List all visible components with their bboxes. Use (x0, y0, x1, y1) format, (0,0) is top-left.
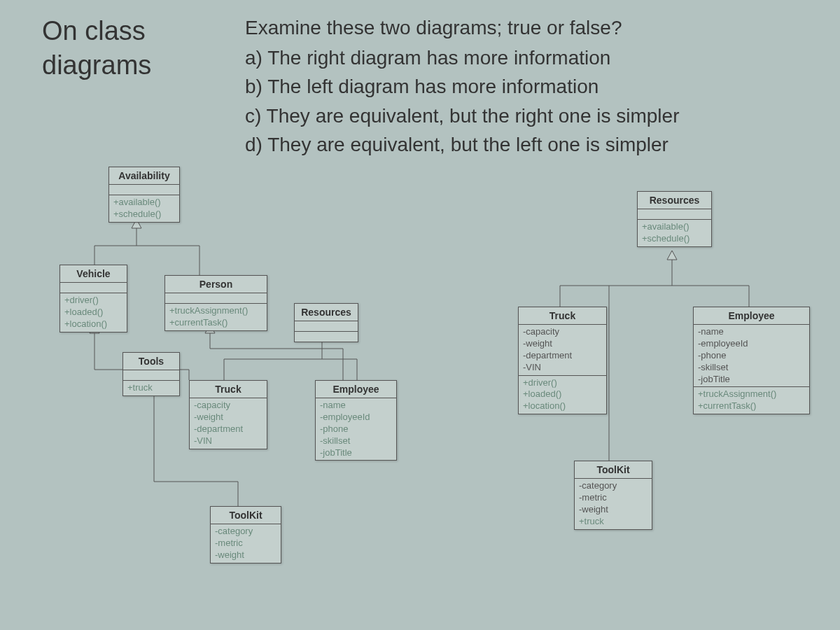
class-name: Employee (694, 307, 809, 325)
attr: -department (194, 424, 262, 435)
attr: -employeeId (698, 338, 805, 350)
class-ops: +driver() +loaded() +location() (60, 293, 127, 332)
class-employee-left: Employee -name -employeeId -phone -skill… (315, 380, 397, 461)
attr: -capacity (194, 400, 262, 412)
class-name: Resources (295, 304, 358, 321)
class-name: Tools (123, 353, 179, 370)
op: +loaded() (64, 307, 122, 318)
class-vehicle: Vehicle +driver() +loaded() +location() (59, 265, 127, 332)
op: +truckAssignment() (698, 388, 805, 400)
attr: -employeeId (320, 412, 392, 424)
op: +driver() (64, 295, 122, 307)
class-tools: Tools +truck (122, 352, 180, 396)
question-block: Examine these two diagrams; true or fals… (245, 14, 679, 160)
attr: -weight (523, 338, 602, 350)
op: +location() (523, 400, 602, 412)
class-attrs: -category -metric -weight (211, 524, 281, 563)
class-name: Resources (638, 192, 711, 209)
class-attrs: -capacity -weight -department -VIN (190, 398, 267, 449)
class-ops-empty (295, 332, 358, 342)
op: +driver() (523, 377, 602, 389)
op: +schedule() (113, 209, 175, 220)
class-ops: +truckAssignment() +currentTask() (165, 304, 267, 330)
attr: -weight (194, 412, 262, 424)
op: +available() (642, 221, 707, 233)
class-availability: Availability +available() +schedule() (108, 167, 180, 223)
attr: -weight (215, 550, 276, 561)
title-line-1: On class (42, 14, 217, 48)
class-attrs: -category -metric -weight +truck (575, 479, 652, 529)
op: +loaded() (523, 388, 602, 400)
class-ops: +available() +schedule() (638, 220, 711, 246)
class-name: Employee (316, 381, 396, 398)
op: +schedule() (642, 233, 707, 245)
class-attrs: -name -employeeId -phone -skillset -jobT… (316, 398, 396, 460)
attr: -weight (579, 504, 648, 516)
choice-b: b) The left diagram has more information (245, 73, 679, 100)
class-name: Truck (519, 307, 606, 325)
class-employee-right: Employee -name -employeeId -phone -skill… (693, 307, 810, 414)
class-ops: +truckAssignment() +currentTask() (694, 387, 809, 414)
attr: -category (579, 480, 648, 492)
header: On class diagrams Examine these two diag… (0, 0, 840, 167)
attr: -name (320, 400, 392, 412)
class-resources-right: Resources +available() +schedule() (637, 191, 712, 247)
attr: -department (523, 350, 602, 362)
class-attrs: +truck (123, 381, 179, 396)
attr: -metric (215, 538, 276, 550)
op: +available() (113, 197, 175, 209)
attr: -VIN (523, 362, 602, 374)
op: +currentTask() (698, 400, 805, 412)
attr: -jobTitle (320, 447, 392, 459)
op: +location() (64, 318, 122, 330)
class-ops-empty (123, 370, 179, 381)
slide-title: On class diagrams (42, 14, 217, 160)
attr: +truck (579, 516, 648, 528)
class-attrs: -name -employeeId -phone -skillset -jobT… (694, 325, 809, 387)
class-truck-left: Truck -capacity -weight -department -VIN (189, 380, 267, 449)
class-attrs-empty (295, 321, 358, 332)
class-name: Vehicle (60, 265, 127, 283)
diagram-canvas: Availability +available() +schedule() Ve… (0, 167, 840, 615)
class-name: Truck (190, 381, 267, 398)
class-name: ToolKit (575, 461, 652, 479)
class-name: Person (165, 276, 267, 293)
attr: +truck (127, 382, 175, 394)
class-name: Availability (109, 167, 179, 185)
class-ops: +available() +schedule() (109, 195, 179, 222)
class-name: ToolKit (211, 507, 281, 524)
class-truck-right: Truck -capacity -weight -department -VIN… (518, 307, 607, 414)
class-attrs-empty (60, 283, 127, 293)
class-toolkit-left: ToolKit -category -metric -weight (210, 506, 281, 564)
attr: -metric (579, 492, 648, 504)
attr: -name (698, 326, 805, 338)
op: +currentTask() (169, 317, 262, 329)
attr: -jobTitle (698, 374, 805, 386)
attr: -VIN (194, 435, 262, 447)
attr: -phone (698, 350, 805, 362)
title-line-2: diagrams (42, 48, 217, 83)
choice-d: d) They are equivalent, but the left one… (245, 131, 679, 158)
svg-marker-24 (667, 251, 677, 260)
attr: -category (215, 526, 276, 538)
class-resources-left: Resources (294, 303, 358, 342)
class-attrs-empty (165, 293, 267, 304)
choice-a: a) The right diagram has more informatio… (245, 44, 679, 71)
attr: -skillset (698, 362, 805, 374)
attr: -skillset (320, 435, 392, 447)
class-attrs: -capacity -weight -department -VIN (519, 325, 606, 376)
attr: -capacity (523, 326, 602, 338)
class-ops: +driver() +loaded() +location() (519, 376, 606, 414)
class-attrs-empty (109, 185, 179, 195)
op: +truckAssignment() (169, 305, 262, 317)
class-attrs-empty (638, 209, 711, 220)
class-toolkit-right: ToolKit -category -metric -weight +truck (574, 461, 652, 530)
choice-c: c) They are equivalent, but the right on… (245, 102, 679, 130)
class-person: Person +truckAssignment() +currentTask() (164, 275, 267, 331)
question-prompt: Examine these two diagrams; true or fals… (245, 14, 679, 41)
attr: -phone (320, 424, 392, 435)
